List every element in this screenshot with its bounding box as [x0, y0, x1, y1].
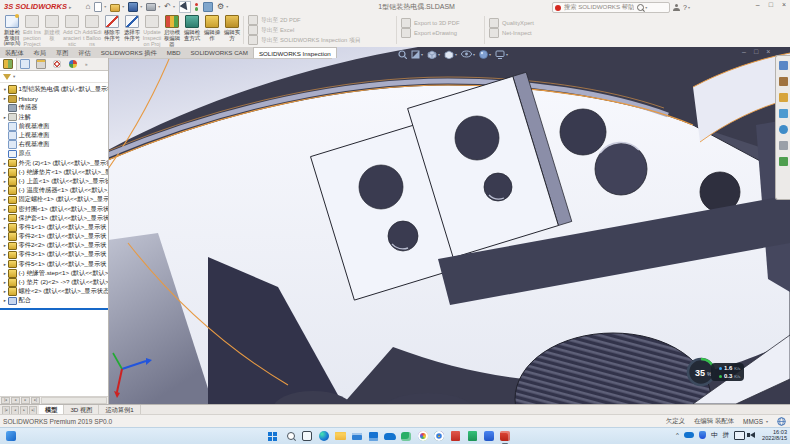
- tree-item[interactable]: ▸配合: [0, 296, 108, 305]
- search-icon[interactable]: [637, 4, 644, 11]
- login-user-icon[interactable]: [673, 4, 680, 11]
- home-icon[interactable]: [779, 61, 788, 70]
- tree-item[interactable]: ▸外壳 (2)<1> (默认<<默认>_显示状: [0, 159, 108, 168]
- tree-item[interactable]: 传感器: [0, 103, 108, 112]
- tree-item[interactable]: ▸(-) 上盖<1> (默认<<默认>_显示状: [0, 177, 108, 186]
- tree-item[interactable]: ▸History: [0, 94, 108, 103]
- model-hole[interactable]: [484, 173, 512, 201]
- tab-sketch[interactable]: 草图: [51, 47, 73, 58]
- tree-item[interactable]: 上视基准面: [0, 131, 108, 140]
- defender-tray-icon[interactable]: [699, 431, 706, 439]
- open-icon[interactable]: [110, 4, 120, 12]
- solidworks-taskbar-button[interactable]: [499, 430, 511, 442]
- tree-item[interactable]: ▸零件5<1> (默认<<默认>_显示状: [0, 260, 108, 269]
- widgets-button[interactable]: [5, 430, 17, 442]
- file-explorer-icon[interactable]: [779, 93, 788, 102]
- scroll-left-icon[interactable]: ◂: [11, 397, 20, 404]
- rollback-bar[interactable]: [0, 308, 108, 310]
- custom-properties-icon[interactable]: [779, 141, 788, 150]
- tree-item[interactable]: ▾1型铠装热电偶 (默认<默认_显示状态-1: [0, 85, 108, 94]
- start-button[interactable]: [268, 430, 280, 442]
- dimxpertmanager-tab[interactable]: [49, 58, 65, 70]
- view-palette-icon[interactable]: [779, 109, 788, 118]
- task-view-button[interactable]: [301, 430, 313, 442]
- options-gear-icon[interactable]: ⚙: [217, 3, 224, 11]
- tab-inspection[interactable]: SOLIDWORKS Inspection: [253, 47, 337, 58]
- model-hole[interactable]: [388, 221, 418, 251]
- store-button[interactable]: [367, 430, 379, 442]
- tree-item[interactable]: ▸注解: [0, 113, 108, 122]
- export-2d-pdf-button[interactable]: 导出至 2D PDF: [248, 15, 396, 25]
- export-3d-pdf-button[interactable]: Export to 3D PDF: [401, 18, 481, 28]
- network-tray-icon[interactable]: [734, 431, 745, 440]
- performance-widget[interactable]: 35 % 1.6K/s 0.3K/s: [685, 356, 744, 388]
- tree-item[interactable]: ▸螺栓<2> (默认<<默认>_显示状态: [0, 287, 108, 296]
- home-icon[interactable]: ⌂: [85, 3, 90, 11]
- wechat-button[interactable]: [400, 430, 412, 442]
- print-icon[interactable]: [146, 3, 156, 11]
- tree-item[interactable]: ▸(-) 温度传感器<1> (默认<<默认>_: [0, 186, 108, 195]
- export-excel-button[interactable]: 导出至 Excel: [248, 25, 396, 35]
- tree-item[interactable]: 右视基准面: [0, 140, 108, 149]
- tab-cam[interactable]: SOLIDWORKS CAM: [185, 47, 252, 58]
- export-inspection-project-button[interactable]: 导出至 SOLIDWORKS Inspection 项目: [248, 35, 396, 45]
- logo-expand-icon[interactable]: ▸: [69, 4, 72, 10]
- doc-maximize-button[interactable]: □: [754, 48, 758, 55]
- edge-button[interactable]: [318, 430, 330, 442]
- minimize-button[interactable]: –: [756, 1, 760, 8]
- qualityxpert-button[interactable]: QualityXpert: [489, 18, 569, 28]
- tree-item[interactable]: ▸(-) 垫片 (2)<2> ->? (默认<<默认>: [0, 278, 108, 287]
- configurationmanager-tab[interactable]: [33, 58, 49, 70]
- chevron-down-icon[interactable]: ▾: [122, 4, 124, 9]
- displaymanager-tab[interactable]: [65, 58, 81, 70]
- doc-close-button[interactable]: ×: [766, 48, 770, 55]
- scroll-track[interactable]: [41, 397, 107, 404]
- model-hole[interactable]: [560, 109, 606, 155]
- appearances-icon[interactable]: [779, 125, 788, 134]
- chevron-down-icon[interactable]: ▾: [173, 4, 175, 9]
- view-orientation-icon[interactable]: ▾: [427, 50, 440, 59]
- view-settings-icon[interactable]: ▾: [495, 50, 508, 59]
- chevron-down-icon[interactable]: ▾: [645, 5, 647, 10]
- wps-button[interactable]: [483, 430, 495, 442]
- 3d-model-canvas[interactable]: [108, 47, 790, 404]
- tab-layout[interactable]: 布局: [29, 47, 51, 58]
- tree-item[interactable]: ▸零件2<2> (默认<<默认>_显示状: [0, 241, 108, 250]
- net-inspect-button[interactable]: Net-Inspect: [489, 28, 569, 38]
- display-pane-icon[interactable]: [203, 2, 213, 12]
- graphics-area[interactable]: [108, 47, 790, 404]
- undo-icon[interactable]: ↶: [164, 3, 171, 11]
- ime-language-button[interactable]: 中: [711, 431, 718, 440]
- tabs-overflow-icon[interactable]: »: [85, 62, 89, 67]
- doc-minimize-button[interactable]: –: [742, 48, 746, 55]
- tree-item[interactable]: ▸零件1<1> (默认<<默认>_显示状: [0, 223, 108, 232]
- tree-item[interactable]: ▸保护套<1> (默认<<默认>_显示状: [0, 214, 108, 223]
- save-icon[interactable]: [128, 2, 138, 12]
- chevron-down-icon[interactable]: ▾: [104, 4, 106, 9]
- clock[interactable]: 16:03 2022/8/15: [762, 429, 787, 442]
- forum-icon[interactable]: [779, 157, 788, 166]
- tree-item[interactable]: 原点: [0, 149, 108, 158]
- tab-addins[interactable]: SOLIDWORKS 插件: [96, 47, 162, 58]
- new-document-icon[interactable]: [94, 2, 102, 12]
- chevron-down-icon[interactable]: ▾: [766, 419, 768, 424]
- tab-assembly[interactable]: 装配体: [0, 47, 29, 58]
- onedrive-button[interactable]: [384, 430, 396, 442]
- featuremanager-tree-tab[interactable]: [0, 58, 17, 70]
- close-button[interactable]: ×: [782, 1, 786, 8]
- search-input[interactable]: 搜索 SOLIDWORKS 帮助 ▾: [552, 2, 670, 13]
- tree-item[interactable]: ▸(-) 绝缘垫片<1> (默认<<默认>_显: [0, 168, 108, 177]
- units-selector[interactable]: MMGS: [743, 418, 763, 425]
- tree-item[interactable]: ▸密封圈<1> (默认<<默认>_显示状: [0, 204, 108, 213]
- section-view-icon[interactable]: ▾: [411, 50, 423, 59]
- scroll-right-end-icon[interactable]: ▸|: [31, 397, 40, 404]
- chevron-down-icon[interactable]: ▾: [226, 4, 228, 9]
- chevron-down-icon[interactable]: ▾: [158, 4, 160, 9]
- design-library-icon[interactable]: [779, 77, 788, 86]
- select-tool-button[interactable]: [179, 1, 191, 13]
- tree-item[interactable]: ▸零件2<1> (默认<<默认>_显示状: [0, 232, 108, 241]
- maximize-button[interactable]: □: [769, 1, 773, 8]
- propertymanager-tab[interactable]: [17, 58, 33, 70]
- scroll-left-end-icon[interactable]: |◂: [1, 397, 10, 404]
- zoom-to-fit-icon[interactable]: [398, 50, 407, 59]
